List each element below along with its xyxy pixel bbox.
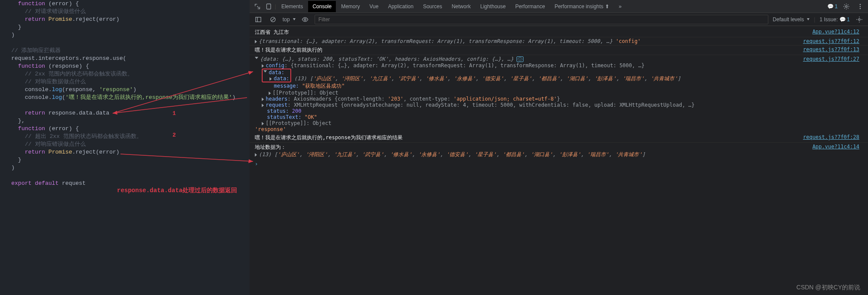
tab-vue[interactable]: Vue (365, 1, 383, 12)
log-text: 嘿！我是在请求之后就执行的,response为我们请求相应的结果 (255, 134, 794, 141)
log-object[interactable]: {data: {…}, status: 200, statusText: 'OK… (260, 56, 514, 62)
code: request.interceptors.response.use( (11, 55, 126, 62)
gear-icon[interactable] (856, 16, 863, 23)
source-link[interactable]: App.vue?11c4:12 (813, 29, 859, 36)
tab-performance[interactable]: Performance (511, 1, 549, 12)
keyword: function (18, 125, 45, 132)
source-link[interactable]: request.js?7f0f:12 (803, 38, 859, 44)
value: : {transitional: {…}, adapter: Array(2),… (284, 62, 644, 69)
code: log (52, 94, 62, 101)
svg-line-8 (272, 18, 275, 21)
device-icon[interactable] (265, 3, 272, 10)
log-array[interactable]: (13) ['庐山区', '浔阳区', '九江县', '武宁县', '修水县',… (259, 151, 645, 157)
log-tag: 'config' (616, 38, 641, 44)
svg-point-3 (860, 6, 861, 7)
code: Promise (45, 16, 72, 23)
value: "OK" (305, 114, 317, 120)
value: 200 (292, 108, 302, 114)
code: .reject(error) (72, 149, 119, 155)
expand-icon[interactable] (262, 64, 264, 68)
source-link[interactable]: request.js?7f0f:28 (803, 134, 859, 141)
key: statusText: (267, 114, 305, 120)
keyword: return (25, 16, 45, 23)
key: data: (269, 69, 284, 75)
tab-lighthouse[interactable]: Lighthouse (476, 1, 510, 12)
key: status: (267, 108, 292, 114)
code: request (59, 180, 85, 187)
value: "获取地区县成功" (302, 83, 345, 89)
eye-icon[interactable] (302, 16, 309, 23)
log-tag: 'response' (255, 126, 286, 132)
clear-icon[interactable] (270, 16, 276, 23)
expand-icon[interactable] (262, 104, 264, 107)
code: console. (25, 94, 52, 101)
devtools-pane: | Elements Console Memory Vue Applicatio… (250, 0, 868, 295)
expand-icon[interactable] (255, 40, 257, 43)
collapse-icon[interactable] (263, 70, 267, 74)
brace: ) (11, 32, 15, 38)
keyword: return (25, 110, 45, 116)
code: ) (133, 86, 137, 93)
expand-icon[interactable] (255, 153, 257, 157)
value: Object (319, 90, 338, 96)
comment: // 超出 2xx 范围的状态码都会触发该函数。 (25, 133, 142, 140)
collapse-icon[interactable] (255, 57, 258, 61)
tab-sources[interactable]: Sources (419, 1, 446, 12)
key: config (266, 62, 284, 69)
messages-badge[interactable]: 💬1 (827, 3, 838, 10)
code: (error) { (45, 0, 79, 7)
code: log (52, 86, 62, 93)
brace: ) (11, 164, 15, 171)
log-level-selector[interactable]: Default levels (773, 16, 809, 23)
code: .reject(error) (72, 16, 119, 23)
code: (error) { (45, 125, 79, 132)
gear-icon[interactable] (843, 3, 850, 10)
watermark: CSDN @初映CY的前说 (796, 284, 860, 292)
svg-rect-0 (267, 4, 270, 9)
key: data: (273, 75, 289, 82)
key: request (266, 102, 288, 108)
tab-network[interactable]: Network (447, 1, 475, 12)
code: ( (62, 94, 65, 101)
expand-icon[interactable] (269, 92, 271, 95)
comment: // 2xx 范围内的状态码都会触发该函数。 (25, 71, 133, 77)
issues-button[interactable]: 1 Issue: 💬1 (819, 16, 850, 23)
string: 'response' (99, 86, 133, 93)
comment: // 对响应错误做点什么 (25, 141, 85, 148)
devtools-tabs: | Elements Console Memory Vue Applicatio… (250, 0, 868, 13)
source-link[interactable]: request.js?7f0f:13 (803, 46, 859, 54)
comment: // 添加响应拦截器 (11, 47, 61, 54)
kebab-icon[interactable] (857, 3, 864, 10)
code-editor: function (error) { // 对请求错误做些什么 return P… (0, 0, 250, 295)
sidebar-toggle-icon[interactable] (255, 16, 262, 23)
source-link[interactable]: App.vue?11c4:14 (813, 144, 859, 158)
log-text: 江西省 九江市 (255, 29, 804, 36)
expand-icon[interactable] (262, 122, 264, 125)
tab-elements[interactable]: Elements (277, 1, 307, 12)
log-object[interactable]: {transitional: {…}, adapter: Array(2), t… (259, 38, 612, 44)
tab-performance-insights[interactable]: Performance insights ⬆ (550, 1, 614, 12)
tab-application[interactable]: Application (384, 1, 418, 12)
tab-more[interactable]: » (614, 1, 626, 12)
expand-icon[interactable] (270, 77, 272, 81)
source-link[interactable]: request.js?7f0f:27 (803, 56, 859, 132)
svg-point-2 (860, 4, 861, 5)
console-prompt[interactable]: › (250, 159, 868, 169)
expand-icon[interactable] (262, 98, 264, 101)
svg-point-1 (845, 6, 847, 7)
filter-input[interactable] (315, 15, 768, 24)
inspect-icon[interactable] (254, 3, 261, 10)
tab-console[interactable]: Console (308, 1, 336, 12)
console-output[interactable]: 江西省 九江市App.vue?11c4:12 {transitional: {…… (250, 26, 868, 295)
annotation-caption: response.data.data处理过后的数据返回 (117, 187, 237, 194)
svg-point-10 (858, 19, 860, 20)
code: ) (232, 94, 236, 101)
value: : AxiosHeaders {content-length: '203', c… (288, 96, 560, 102)
info-icon[interactable]: ⓘ (517, 56, 523, 62)
tab-memory[interactable]: Memory (337, 1, 364, 12)
key: [[Prototype]]: (266, 120, 312, 126)
code: (response, (62, 86, 99, 93)
context-selector[interactable]: top (283, 16, 296, 23)
brace: } (18, 157, 22, 163)
keyword: export default (11, 180, 59, 187)
